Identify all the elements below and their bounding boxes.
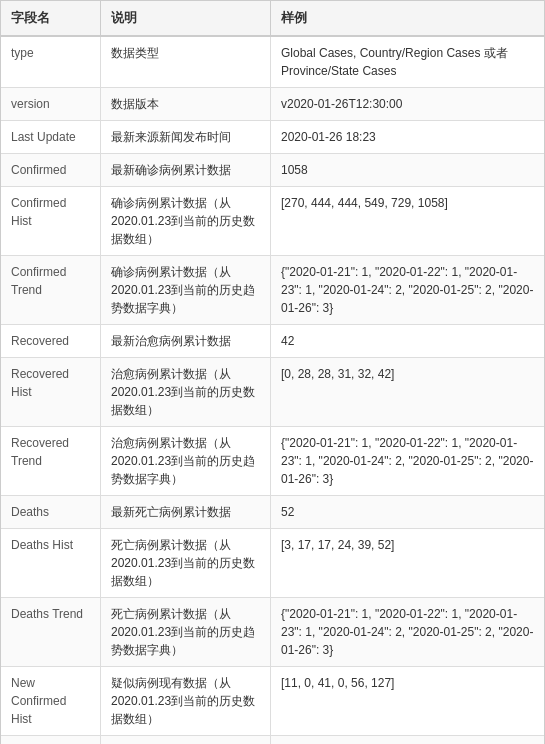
table-row: Recovered最新治愈病例累计数据42 [1, 325, 544, 358]
cell-description: 确诊病例累计数据（从2020.01.23到当前的历史趋势数据字典） [101, 256, 271, 324]
cell-example: 1058 [271, 154, 544, 186]
table-row: version数据版本v2020-01-26T12:30:00 [1, 88, 544, 121]
table-row: Deaths最新死亡病例累计数据52 [1, 496, 544, 529]
table-row: Confirmed Hist确诊病例累计数据（从2020.01.23到当前的历史… [1, 187, 544, 256]
table-row: Deaths Trend死亡病例累计数据（从2020.01.23到当前的历史趋势… [1, 598, 544, 667]
table-row: New Confirmed Hist疑似病例现有数据（从2020.01.23到当… [1, 667, 544, 736]
table-row: type数据类型Global Cases, Country/Region Cas… [1, 37, 544, 88]
cell-field: Deaths Hist [1, 529, 101, 597]
cell-example: 42 [271, 325, 544, 357]
table-row: Recovered Hist治愈病例累计数据（从2020.01.23到当前的历史… [1, 358, 544, 427]
table-row: Confirmed最新确诊病例累计数据1058 [1, 154, 544, 187]
table-row: Last Update最新来源新闻发布时间2020-01-26 18:23 [1, 121, 544, 154]
cell-example: {"2020-01-21": 1, "2020-01-22": 1, "2020… [271, 736, 544, 744]
header-example: 样例 [271, 1, 544, 35]
cell-example: 52 [271, 496, 544, 528]
cell-description: 数据版本 [101, 88, 271, 120]
cell-example: v2020-01-26T12:30:00 [271, 88, 544, 120]
cell-description: 死亡病例累计数据（从2020.01.23到当前的历史趋势数据字典） [101, 598, 271, 666]
cell-field: Confirmed Trend [1, 256, 101, 324]
cell-example: [11, 0, 41, 0, 56, 127] [271, 667, 544, 735]
cell-field: Recovered Hist [1, 358, 101, 426]
cell-field: New Confirmed Trend [1, 736, 101, 744]
table-row: New Confirmed Trend疑似病例现有数据（从2020.01.23到… [1, 736, 544, 744]
cell-description: 数据类型 [101, 37, 271, 87]
cell-example: {"2020-01-21": 1, "2020-01-22": 1, "2020… [271, 598, 544, 666]
cell-description: 最新治愈病例累计数据 [101, 325, 271, 357]
cell-description: 确诊病例累计数据（从2020.01.23到当前的历史数据数组） [101, 187, 271, 255]
table-body: type数据类型Global Cases, Country/Region Cas… [1, 37, 544, 744]
cell-field: Confirmed Hist [1, 187, 101, 255]
cell-description: 死亡病例累计数据（从2020.01.23到当前的历史数据数组） [101, 529, 271, 597]
cell-field: version [1, 88, 101, 120]
header-field: 字段名 [1, 1, 101, 35]
cell-field: Confirmed [1, 154, 101, 186]
cell-example: {"2020-01-21": 1, "2020-01-22": 1, "2020… [271, 256, 544, 324]
table-header: 字段名 说明 样例 [1, 1, 544, 37]
cell-field: Last Update [1, 121, 101, 153]
data-table: 字段名 说明 样例 type数据类型Global Cases, Country/… [0, 0, 545, 744]
header-description: 说明 [101, 1, 271, 35]
cell-example: {"2020-01-21": 1, "2020-01-22": 1, "2020… [271, 427, 544, 495]
cell-description: 疑似病例现有数据（从2020.01.23到当前的历史数据数组） [101, 667, 271, 735]
cell-field: Recovered Trend [1, 427, 101, 495]
table-row: Confirmed Trend确诊病例累计数据（从2020.01.23到当前的历… [1, 256, 544, 325]
table-row: Deaths Hist死亡病例累计数据（从2020.01.23到当前的历史数据数… [1, 529, 544, 598]
cell-description: 治愈病例累计数据（从2020.01.23到当前的历史数据数组） [101, 358, 271, 426]
cell-example: 2020-01-26 18:23 [271, 121, 544, 153]
cell-description: 治愈病例累计数据（从2020.01.23到当前的历史趋势数据字典） [101, 427, 271, 495]
cell-description: 疑似病例现有数据（从2020.01.23到当前的历史趋势数据字典） [101, 736, 271, 744]
cell-example: Global Cases, Country/Region Cases 或者 Pr… [271, 37, 544, 87]
cell-field: Recovered [1, 325, 101, 357]
cell-example: [3, 17, 17, 24, 39, 52] [271, 529, 544, 597]
cell-description: 最新确诊病例累计数据 [101, 154, 271, 186]
cell-field: Deaths Trend [1, 598, 101, 666]
cell-example: [0, 28, 28, 31, 32, 42] [271, 358, 544, 426]
cell-example: [270, 444, 444, 549, 729, 1058] [271, 187, 544, 255]
cell-description: 最新来源新闻发布时间 [101, 121, 271, 153]
cell-field: type [1, 37, 101, 87]
cell-field: Deaths [1, 496, 101, 528]
cell-description: 最新死亡病例累计数据 [101, 496, 271, 528]
cell-field: New Confirmed Hist [1, 667, 101, 735]
table-row: Recovered Trend治愈病例累计数据（从2020.01.23到当前的历… [1, 427, 544, 496]
